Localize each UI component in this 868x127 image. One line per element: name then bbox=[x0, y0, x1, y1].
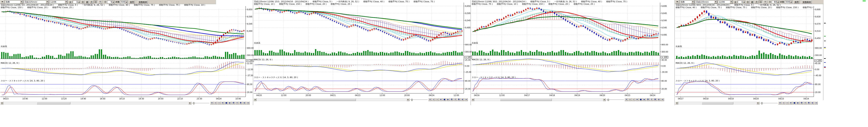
stop-button[interactable]: ■ bbox=[225, 101, 228, 104]
scrollbar-thumb[interactable] bbox=[702, 102, 734, 104]
apply-button[interactable]: 適用 bbox=[129, 1, 135, 4]
apply-button[interactable]: 適用 bbox=[794, 1, 799, 4]
contract-select[interactable]: 12/06 ▼ bbox=[718, 0, 733, 4]
multi-symbol-button[interactable]: 複数銘柄 bbox=[802, 1, 812, 4]
indicator-button[interactable]: I bbox=[236, 101, 239, 104]
zoom-slider[interactable] bbox=[760, 102, 777, 104]
crosshair-button[interactable]: ⊕ bbox=[243, 101, 246, 104]
zoom-out-button[interactable]: − bbox=[436, 98, 439, 101]
period-daily-button[interactable]: 日 bbox=[746, 1, 750, 4]
scrollbar-track[interactable] bbox=[256, 98, 407, 101]
zoom-slider-handle[interactable] bbox=[761, 102, 763, 104]
count-spinner[interactable]: 500 ◢ bbox=[120, 1, 128, 4]
draw-mode-button[interactable]: D bbox=[800, 101, 803, 104]
bar-style-button[interactable]: B bbox=[807, 101, 810, 104]
zoom-in-button[interactable]: ＋ bbox=[432, 98, 435, 101]
draw-mode-button[interactable]: D bbox=[646, 98, 650, 101]
play-button[interactable]: ▶ bbox=[643, 98, 646, 101]
zoom-slider-handle[interactable] bbox=[193, 102, 194, 104]
bar-type-button[interactable]: 足 bbox=[68, 1, 72, 4]
scroll-right-arrow[interactable]: ▶ bbox=[757, 102, 760, 104]
period-weekly-button[interactable]: 週 bbox=[85, 1, 89, 4]
scrollbar-thumb[interactable] bbox=[500, 98, 552, 101]
bar-type-button[interactable]: 足 bbox=[734, 1, 737, 4]
crosshair-button[interactable]: ⊕ bbox=[811, 101, 814, 104]
interval-spinner[interactable]: 60 ◢ bbox=[772, 1, 779, 4]
bar-style-button[interactable]: B bbox=[239, 101, 242, 104]
zoom-slider-handle[interactable] bbox=[411, 99, 412, 101]
scroll-left-arrow[interactable]: ◀ bbox=[254, 98, 256, 101]
zoom-slider[interactable] bbox=[607, 98, 624, 101]
scroll-end-button[interactable]: ⇥ bbox=[464, 98, 468, 101]
period-monthly-button[interactable]: 月 bbox=[90, 1, 93, 4]
play-button[interactable]: ▶ bbox=[796, 101, 800, 104]
zoom-in-button[interactable]: ＋ bbox=[628, 98, 632, 101]
multi-symbol-button[interactable]: 複数銘柄 bbox=[138, 1, 148, 4]
scroll-right-arrow[interactable]: ▶ bbox=[603, 98, 606, 101]
scroll-end-button[interactable]: ⇥ bbox=[246, 101, 250, 104]
period-minute-button[interactable]: 分 bbox=[94, 1, 98, 4]
zoom-slider[interactable] bbox=[410, 98, 428, 101]
fit-width-button[interactable]: ⬌ bbox=[789, 101, 793, 104]
window-menu-dropdown[interactable]: ▼ bbox=[0, 0, 4, 4]
scrollbar-track[interactable] bbox=[678, 102, 757, 104]
scroll-right-arrow[interactable]: ▶ bbox=[189, 102, 191, 104]
period-weekly-button[interactable]: 週 bbox=[750, 1, 754, 4]
fit-width-button[interactable]: ⬌ bbox=[221, 101, 224, 104]
bar-style-button[interactable]: B bbox=[457, 98, 461, 101]
fit-width-button[interactable]: ⬌ bbox=[636, 98, 639, 101]
zoom-in-button[interactable]: ＋ bbox=[782, 101, 785, 104]
scroll-start-button[interactable]: ⏴ bbox=[625, 98, 628, 101]
category-select[interactable]: 先物 ▼ bbox=[5, 0, 23, 4]
scroll-right-arrow[interactable]: ▶ bbox=[407, 98, 409, 101]
draw-mode-button[interactable]: D bbox=[450, 98, 453, 101]
play-button[interactable]: ▶ bbox=[446, 98, 450, 101]
scroll-end-button[interactable]: ⇥ bbox=[814, 101, 818, 104]
zoom-in-button[interactable]: ＋ bbox=[214, 101, 217, 104]
scroll-left-arrow[interactable]: ◀ bbox=[675, 102, 678, 104]
stop-button[interactable]: ■ bbox=[639, 98, 643, 101]
zoom-slider-handle[interactable] bbox=[608, 99, 609, 101]
period-tick-button[interactable]: T bbox=[98, 1, 102, 4]
symbol-select[interactable]: 日経225mini ▼ bbox=[24, 0, 49, 4]
stop-button[interactable]: ■ bbox=[443, 98, 446, 101]
period-daily-button[interactable]: 日 bbox=[81, 1, 85, 4]
zoom-slider[interactable] bbox=[192, 102, 209, 104]
indicator-button[interactable]: I bbox=[804, 101, 807, 104]
time-axis-tick: 10:40 bbox=[22, 98, 28, 100]
contract-select[interactable]: 12/06 ▼ bbox=[50, 0, 68, 4]
indicator-button[interactable]: I bbox=[454, 98, 457, 101]
scrollbar-track[interactable] bbox=[3, 102, 189, 104]
period-tick-button[interactable]: T bbox=[763, 1, 767, 4]
scroll-left-arrow[interactable]: ◀ bbox=[471, 98, 474, 101]
stop-button[interactable]: ■ bbox=[793, 101, 796, 104]
crosshair-button[interactable]: ⊕ bbox=[657, 98, 660, 101]
scroll-start-button[interactable]: ⏴ bbox=[428, 98, 432, 101]
window-menu-dropdown[interactable]: ▼ bbox=[675, 0, 679, 4]
scroll-end-button[interactable]: ⇥ bbox=[661, 98, 664, 101]
bar-value-spinner[interactable]: 1 ◢ bbox=[73, 1, 80, 4]
period-minute-button[interactable]: 分 bbox=[759, 1, 763, 4]
symbol-select[interactable]: 日経225mini ▼ bbox=[695, 0, 717, 4]
scroll-start-button[interactable]: ⏴ bbox=[210, 101, 214, 104]
scroll-start-button[interactable]: ⏴ bbox=[778, 101, 782, 104]
time-axis-tick: 04/24 bbox=[804, 98, 809, 100]
scroll-left-arrow[interactable]: ◀ bbox=[0, 102, 3, 104]
scrollbar-thumb[interactable] bbox=[290, 98, 356, 101]
zoom-out-button[interactable]: − bbox=[632, 98, 635, 101]
indicator-button[interactable]: I bbox=[650, 98, 653, 101]
bar-style-button[interactable]: B bbox=[653, 98, 657, 101]
category-select[interactable]: 先物 ▼ bbox=[680, 0, 694, 4]
scrollbar-thumb[interactable] bbox=[37, 102, 70, 104]
fit-width-button[interactable]: ⬌ bbox=[439, 98, 442, 101]
count-spinner[interactable]: 500 ◢ bbox=[785, 1, 792, 4]
draw-mode-button[interactable]: D bbox=[232, 101, 235, 104]
period-monthly-button[interactable]: 月 bbox=[754, 1, 758, 4]
play-button[interactable]: ▶ bbox=[228, 101, 231, 104]
crosshair-button[interactable]: ⊕ bbox=[461, 98, 464, 101]
bar-value-spinner[interactable]: 1 ◢ bbox=[738, 1, 745, 4]
interval-spinner[interactable]: 5 ◢ bbox=[107, 1, 115, 4]
scrollbar-track[interactable] bbox=[474, 98, 603, 101]
zoom-out-button[interactable]: − bbox=[217, 101, 221, 104]
zoom-out-button[interactable]: − bbox=[785, 101, 789, 104]
